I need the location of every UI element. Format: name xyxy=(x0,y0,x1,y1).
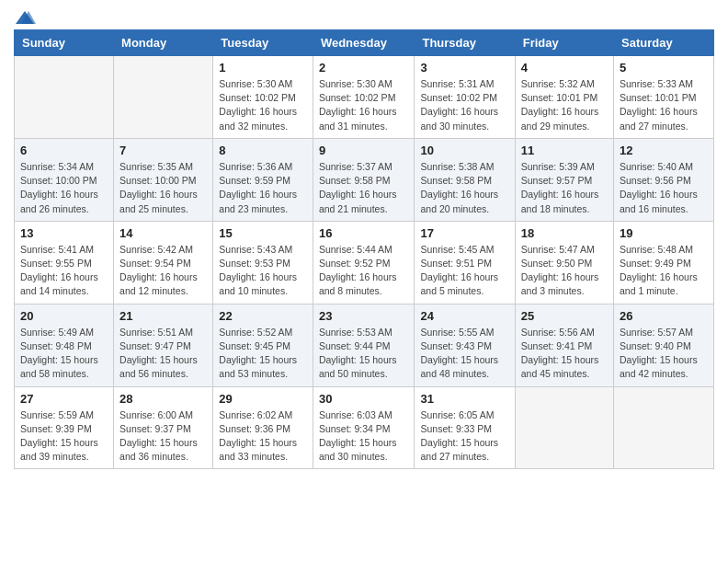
calendar-cell xyxy=(515,386,613,469)
calendar-cell: 22Sunrise: 5:52 AM Sunset: 9:45 PM Dayli… xyxy=(213,304,313,386)
day-detail: Sunrise: 5:44 AM Sunset: 9:52 PM Dayligh… xyxy=(319,243,409,299)
day-detail: Sunrise: 5:40 AM Sunset: 9:56 PM Dayligh… xyxy=(620,160,708,216)
day-detail: Sunrise: 5:38 AM Sunset: 9:58 PM Dayligh… xyxy=(420,160,508,216)
day-detail: Sunrise: 5:45 AM Sunset: 9:51 PM Dayligh… xyxy=(420,243,508,299)
day-number: 3 xyxy=(420,61,508,75)
calendar-cell: 20Sunrise: 5:49 AM Sunset: 9:48 PM Dayli… xyxy=(15,304,114,386)
day-detail: Sunrise: 5:56 AM Sunset: 9:41 PM Dayligh… xyxy=(521,326,608,382)
calendar-cell: 24Sunrise: 5:55 AM Sunset: 9:43 PM Dayli… xyxy=(415,304,515,386)
day-number: 11 xyxy=(521,144,608,157)
calendar-cell: 1Sunrise: 5:30 AM Sunset: 10:02 PM Dayli… xyxy=(213,56,313,139)
day-number: 1 xyxy=(219,61,307,75)
day-number: 20 xyxy=(20,309,108,323)
calendar-cell: 17Sunrise: 5:45 AM Sunset: 9:51 PM Dayli… xyxy=(415,221,515,304)
calendar-cell: 4Sunrise: 5:32 AM Sunset: 10:01 PM Dayli… xyxy=(515,56,613,139)
day-number: 2 xyxy=(319,61,409,75)
day-number: 23 xyxy=(319,309,409,323)
calendar-cell: 29Sunrise: 6:02 AM Sunset: 9:36 PM Dayli… xyxy=(213,386,313,469)
day-number: 7 xyxy=(119,144,207,157)
day-detail: Sunrise: 5:52 AM Sunset: 9:45 PM Dayligh… xyxy=(219,326,307,382)
day-number: 18 xyxy=(521,226,608,240)
calendar-cell: 10Sunrise: 5:38 AM Sunset: 9:58 PM Dayli… xyxy=(415,138,515,221)
day-number: 10 xyxy=(420,144,508,157)
calendar-cell xyxy=(15,56,114,139)
day-detail: Sunrise: 5:47 AM Sunset: 9:50 PM Dayligh… xyxy=(521,243,608,299)
day-detail: Sunrise: 5:41 AM Sunset: 9:55 PM Dayligh… xyxy=(20,243,108,299)
calendar-cell: 6Sunrise: 5:34 AM Sunset: 10:00 PM Dayli… xyxy=(15,138,114,221)
column-header-tuesday: Tuesday xyxy=(213,30,313,56)
calendar-cell: 31Sunrise: 6:05 AM Sunset: 9:33 PM Dayli… xyxy=(415,386,515,469)
day-detail: Sunrise: 5:36 AM Sunset: 9:59 PM Dayligh… xyxy=(219,160,307,216)
day-detail: Sunrise: 5:42 AM Sunset: 9:54 PM Dayligh… xyxy=(119,243,207,299)
calendar-cell: 11Sunrise: 5:39 AM Sunset: 9:57 PM Dayli… xyxy=(515,138,613,221)
day-number: 22 xyxy=(219,309,307,323)
page: SundayMondayTuesdayWednesdayThursdayFrid… xyxy=(0,0,728,483)
column-header-saturday: Saturday xyxy=(614,30,714,56)
day-number: 15 xyxy=(219,226,307,240)
calendar-cell: 21Sunrise: 5:51 AM Sunset: 9:47 PM Dayli… xyxy=(114,304,213,386)
calendar-cell: 27Sunrise: 5:59 AM Sunset: 9:39 PM Dayli… xyxy=(15,386,114,469)
day-detail: Sunrise: 5:49 AM Sunset: 9:48 PM Dayligh… xyxy=(20,326,108,382)
day-detail: Sunrise: 5:33 AM Sunset: 10:01 PM Daylig… xyxy=(620,77,708,133)
day-detail: Sunrise: 5:30 AM Sunset: 10:02 PM Daylig… xyxy=(319,77,409,133)
day-detail: Sunrise: 5:43 AM Sunset: 9:53 PM Dayligh… xyxy=(219,243,307,299)
day-detail: Sunrise: 5:39 AM Sunset: 9:57 PM Dayligh… xyxy=(521,160,608,216)
calendar-week-row: 27Sunrise: 5:59 AM Sunset: 9:39 PM Dayli… xyxy=(15,386,714,469)
day-number: 6 xyxy=(20,144,108,157)
day-detail: Sunrise: 5:51 AM Sunset: 9:47 PM Dayligh… xyxy=(119,326,207,382)
calendar-cell xyxy=(114,56,213,139)
logo xyxy=(14,9,36,22)
day-detail: Sunrise: 6:05 AM Sunset: 9:33 PM Dayligh… xyxy=(420,408,508,465)
calendar-cell: 14Sunrise: 5:42 AM Sunset: 9:54 PM Dayli… xyxy=(114,221,213,304)
day-number: 5 xyxy=(620,61,708,75)
day-number: 21 xyxy=(119,309,207,323)
calendar-week-row: 13Sunrise: 5:41 AM Sunset: 9:55 PM Dayli… xyxy=(15,221,714,304)
calendar-cell: 3Sunrise: 5:31 AM Sunset: 10:02 PM Dayli… xyxy=(415,56,515,139)
column-header-wednesday: Wednesday xyxy=(313,30,415,56)
day-number: 17 xyxy=(420,226,508,240)
day-detail: Sunrise: 5:48 AM Sunset: 9:49 PM Dayligh… xyxy=(620,243,708,299)
day-number: 8 xyxy=(219,144,307,157)
day-detail: Sunrise: 5:59 AM Sunset: 9:39 PM Dayligh… xyxy=(20,408,108,465)
calendar-cell: 9Sunrise: 5:37 AM Sunset: 9:58 PM Daylig… xyxy=(313,138,415,221)
day-number: 29 xyxy=(219,392,307,406)
day-detail: Sunrise: 6:02 AM Sunset: 9:36 PM Dayligh… xyxy=(219,408,307,465)
day-detail: Sunrise: 5:30 AM Sunset: 10:02 PM Daylig… xyxy=(219,77,307,133)
calendar-week-row: 20Sunrise: 5:49 AM Sunset: 9:48 PM Dayli… xyxy=(15,304,714,386)
calendar-cell: 30Sunrise: 6:03 AM Sunset: 9:34 PM Dayli… xyxy=(313,386,415,469)
calendar-cell: 28Sunrise: 6:00 AM Sunset: 9:37 PM Dayli… xyxy=(114,386,213,469)
column-header-thursday: Thursday xyxy=(415,30,515,56)
day-number: 16 xyxy=(319,226,409,240)
calendar-cell: 16Sunrise: 5:44 AM Sunset: 9:52 PM Dayli… xyxy=(313,221,415,304)
column-header-friday: Friday xyxy=(515,30,613,56)
calendar-cell: 23Sunrise: 5:53 AM Sunset: 9:44 PM Dayli… xyxy=(313,304,415,386)
day-detail: Sunrise: 5:35 AM Sunset: 10:00 PM Daylig… xyxy=(119,160,207,216)
calendar-cell xyxy=(614,386,714,469)
day-number: 26 xyxy=(620,309,708,323)
calendar-week-row: 1Sunrise: 5:30 AM Sunset: 10:02 PM Dayli… xyxy=(15,56,714,139)
calendar-cell: 7Sunrise: 5:35 AM Sunset: 10:00 PM Dayli… xyxy=(114,138,213,221)
day-detail: Sunrise: 5:57 AM Sunset: 9:40 PM Dayligh… xyxy=(620,326,708,382)
calendar-cell: 25Sunrise: 5:56 AM Sunset: 9:41 PM Dayli… xyxy=(515,304,613,386)
day-detail: Sunrise: 6:00 AM Sunset: 9:37 PM Dayligh… xyxy=(119,408,207,465)
header xyxy=(14,9,714,22)
day-detail: Sunrise: 5:32 AM Sunset: 10:01 PM Daylig… xyxy=(521,77,608,133)
day-number: 31 xyxy=(420,392,508,406)
day-detail: Sunrise: 5:37 AM Sunset: 9:58 PM Dayligh… xyxy=(319,160,409,216)
day-detail: Sunrise: 5:34 AM Sunset: 10:00 PM Daylig… xyxy=(20,160,108,216)
day-number: 9 xyxy=(319,144,409,157)
column-header-sunday: Sunday xyxy=(15,30,114,56)
day-number: 24 xyxy=(420,309,508,323)
column-header-monday: Monday xyxy=(114,30,213,56)
logo-icon xyxy=(16,9,36,26)
day-number: 25 xyxy=(521,309,608,323)
calendar-cell: 5Sunrise: 5:33 AM Sunset: 10:01 PM Dayli… xyxy=(614,56,714,139)
calendar-header-row: SundayMondayTuesdayWednesdayThursdayFrid… xyxy=(15,30,714,56)
calendar-cell: 2Sunrise: 5:30 AM Sunset: 10:02 PM Dayli… xyxy=(313,56,415,139)
calendar-cell: 8Sunrise: 5:36 AM Sunset: 9:59 PM Daylig… xyxy=(213,138,313,221)
day-number: 30 xyxy=(319,392,409,406)
calendar-cell: 19Sunrise: 5:48 AM Sunset: 9:49 PM Dayli… xyxy=(614,221,714,304)
calendar-cell: 18Sunrise: 5:47 AM Sunset: 9:50 PM Dayli… xyxy=(515,221,613,304)
day-number: 19 xyxy=(620,226,708,240)
day-number: 12 xyxy=(620,144,708,157)
